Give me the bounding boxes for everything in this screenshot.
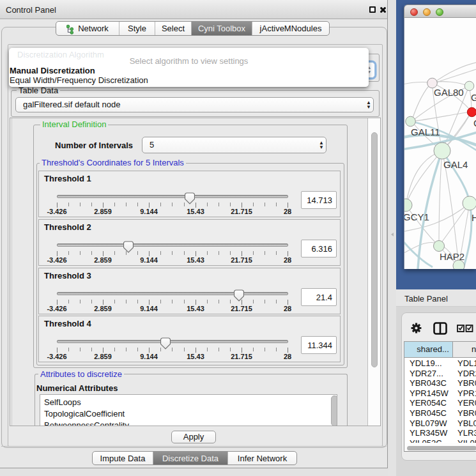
svg-text:GAL4: GAL4 — [443, 159, 468, 170]
svg-text:GAL80: GAL80 — [434, 87, 464, 98]
svg-text:GA: GA — [471, 92, 476, 103]
svg-text:HAP2: HAP2 — [440, 251, 464, 262]
svg-text:GCY1: GCY1 — [404, 211, 429, 222]
svg-text:GAL11: GAL11 — [411, 127, 440, 137]
svg-text:C: C — [473, 118, 476, 128]
svg-text:H: H — [472, 212, 476, 223]
